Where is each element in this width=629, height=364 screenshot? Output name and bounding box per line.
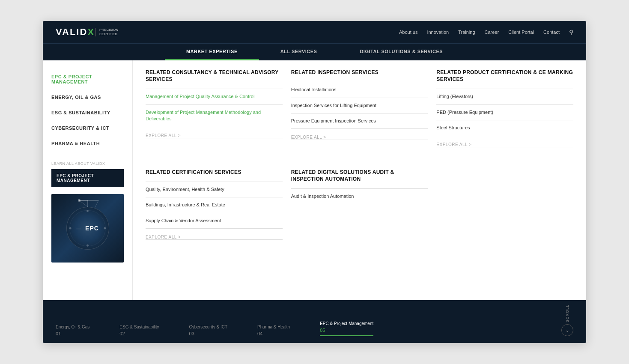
consultancy-divider-2: [146, 104, 283, 105]
certification-link-3[interactable]: Supply Chain & Vendor Assessment: [146, 218, 283, 224]
browser-window: VALIDX PRECISION CERTIFIED About us Inno…: [43, 21, 586, 343]
svg-point-10: [104, 227, 106, 230]
panel-inspection-title: RELATED INSPECTION SERVICES: [291, 69, 428, 76]
panel-digital: RELATED DIGITAL SOLUTIONS AUDIT & INSPEC…: [291, 169, 428, 257]
top-nav: VALIDX PRECISION CERTIFIED About us Inno…: [43, 21, 586, 43]
inspection-explore[interactable]: EXPLORE ALL >: [291, 135, 428, 140]
digital-link-1[interactable]: Audit & Inspection Automation: [291, 193, 428, 200]
nav-client-portal[interactable]: Client Portal: [508, 30, 534, 35]
inspection-divider-3: [291, 113, 428, 113]
panel-empty: [436, 169, 573, 257]
footer-num-epc: 05: [320, 328, 373, 333]
panel-product-cert-title: RELATED PRODUCT CERTIFICATION & CE MARKI…: [436, 69, 573, 83]
logo: VALIDX PRECISION CERTIFIED: [56, 27, 118, 38]
panel-consultancy-title: RELATED CONSULTANCY & TECHNICAL ADVISORY…: [146, 69, 283, 83]
sidebar-item-epc[interactable]: EPC & PROJECT MANAGEMENT: [43, 69, 132, 90]
scroll-circle[interactable]: ⌄: [561, 324, 573, 336]
nav-innovation[interactable]: Innovation: [427, 30, 449, 35]
sidebar: EPC & PROJECT MANAGEMENT ENERGY, OIL & G…: [43, 60, 133, 300]
footer-items: Energy, Oil & Gas 01 ESG & Sustainabilit…: [56, 321, 373, 336]
footer-num-cyber: 03: [189, 331, 227, 336]
inspection-divider: [291, 82, 428, 82]
certification-divider-2: [146, 197, 283, 197]
footer-num-esg: 02: [119, 331, 159, 336]
certification-link-2[interactable]: Buildings, Infrastructure & Real Estate: [146, 202, 283, 208]
product-cert-link-2[interactable]: PED (Pressure Equipment): [436, 109, 573, 116]
footer-item-cyber[interactable]: Cybersecurity & ICT 03: [189, 325, 227, 336]
digital-divider: [291, 188, 428, 189]
certification-divider-3: [146, 213, 283, 213]
consultancy-explore[interactable]: EXPLORE ALL >: [146, 133, 283, 138]
product-cert-divider-3: [436, 120, 573, 120]
bottom-panels-grid: RELATED CERTIFICATION SERVICES Quality, …: [146, 169, 573, 257]
panel-certification-title: RELATED CERTIFICATION SERVICES: [146, 169, 283, 176]
top-nav-links: About us Innovation Training Career Clie…: [399, 29, 573, 36]
sidebar-item-energy[interactable]: ENERGY, OIL & GAS: [43, 90, 132, 105]
footer-bar: Energy, Oil & Gas 01 ESG & Sustainabilit…: [43, 300, 586, 343]
consultancy-divider: [146, 89, 283, 89]
panel-product-cert: RELATED PRODUCT CERTIFICATION & CE MARKI…: [436, 69, 573, 164]
svg-point-9: [69, 227, 72, 230]
inspection-link-2[interactable]: Inspection Services for Lifting Equipmen…: [291, 102, 428, 109]
footer-active-bar: [320, 335, 373, 336]
content-panels: RELATED CONSULTANCY & TECHNICAL ADVISORY…: [133, 60, 586, 300]
inspection-link-1[interactable]: Electrical Installations: [291, 87, 428, 93]
nav-career[interactable]: Career: [485, 30, 499, 35]
sidebar-item-esg[interactable]: ESG & SUSTAINABILITY: [43, 105, 132, 120]
inspection-divider-4: [291, 128, 428, 129]
circle-dots: [51, 194, 124, 263]
consultancy-link-1[interactable]: Management of Project Quality Assurance …: [146, 93, 283, 100]
footer-label-pharma: Pharma & Health: [257, 325, 290, 329]
product-cert-divider-5: [436, 147, 573, 147]
tab-all-services[interactable]: ALL SERVICES: [259, 44, 339, 60]
chevron-down-icon: ⌄: [565, 327, 569, 333]
scroll-label: SCROLL: [565, 304, 569, 322]
nav-training[interactable]: Training: [458, 30, 475, 35]
certification-divider-5: [146, 239, 283, 240]
consultancy-divider-4: [146, 138, 283, 138]
certification-link-1[interactable]: Quality, Environment, Health & Safety: [146, 186, 283, 193]
footer-item-esg[interactable]: ESG & Sustainability 02: [119, 325, 159, 336]
consultancy-link-2[interactable]: Development of Project Management Method…: [146, 109, 283, 122]
svg-point-12: [86, 245, 89, 247]
sidebar-cta-button[interactable]: EPC & PROJECT MANAGEMENT: [51, 169, 124, 187]
product-cert-link-1[interactable]: Lifting (Elevators): [436, 93, 573, 100]
footer-item-epc[interactable]: EPC & Project Management 05: [320, 321, 373, 336]
footer-num-energy: 01: [56, 331, 89, 336]
search-icon[interactable]: ⚲: [569, 29, 573, 36]
scroll-button[interactable]: SCROLL ⌄: [561, 304, 573, 336]
certification-divider: [146, 182, 283, 182]
inspection-divider-2: [291, 98, 428, 98]
footer-item-energy[interactable]: Energy, Oil & Gas 01: [56, 325, 89, 336]
logo-subtitle: PRECISION CERTIFIED: [95, 28, 118, 36]
certification-explore[interactable]: EXPLORE ALL >: [146, 235, 283, 239]
footer-num-pharma: 04: [257, 331, 290, 336]
sidebar-item-pharma[interactable]: PHARMA & HEALTH: [43, 136, 132, 151]
footer-label-energy: Energy, Oil & Gas: [56, 325, 89, 329]
svg-point-8: [70, 210, 106, 246]
sidebar-item-cybersecurity[interactable]: CYBERSECURITY & ICT: [43, 120, 132, 136]
product-cert-explore[interactable]: EXPLORE ALL >: [436, 142, 573, 147]
consultancy-divider-3: [146, 127, 283, 127]
footer-item-pharma[interactable]: Pharma & Health 04: [257, 325, 290, 336]
panel-digital-title: RELATED DIGITAL SOLUTIONS AUDIT & INSPEC…: [291, 169, 428, 182]
tab-digital-solutions[interactable]: DIGITAL SOLUTIONS & SERVICES: [338, 44, 464, 60]
product-cert-divider-4: [436, 136, 573, 136]
top-panels-grid: RELATED CONSULTANCY & TECHNICAL ADVISORY…: [146, 69, 573, 164]
svg-point-11: [86, 210, 89, 212]
product-cert-divider-2: [436, 104, 573, 105]
secondary-nav: MARKET EXPERTISE ALL SERVICES DIGITAL SO…: [43, 43, 586, 60]
nav-contact[interactable]: Contact: [543, 30, 560, 35]
panel-certification: RELATED CERTIFICATION SERVICES Quality, …: [146, 169, 283, 257]
footer-label-epc: EPC & Project Management: [320, 321, 373, 326]
product-cert-link-3[interactable]: Steel Structures: [436, 125, 573, 131]
product-cert-divider: [436, 89, 573, 89]
nav-about[interactable]: About us: [399, 30, 417, 35]
certification-divider-4: [146, 228, 283, 229]
logo-main: VALIDX: [56, 27, 95, 38]
inspection-link-3[interactable]: Pressure Equipment Inspection Services: [291, 118, 428, 124]
tab-market-expertise[interactable]: MARKET EXPERTISE: [165, 44, 259, 60]
main-content: EPC & PROJECT MANAGEMENT ENERGY, OIL & G…: [43, 60, 586, 300]
panel-inspection: RELATED INSPECTION SERVICES Electrical I…: [291, 69, 428, 164]
sidebar-learn-label: LEARN ALL ABOUT VALIDx: [43, 151, 132, 169]
